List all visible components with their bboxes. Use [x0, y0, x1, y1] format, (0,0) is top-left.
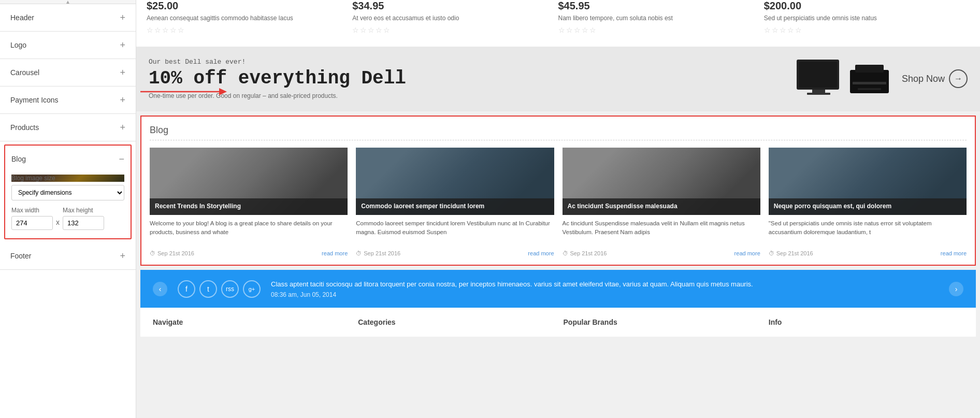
blog-card-4: Neque porro quisquam est, qui dolorem "S…: [769, 148, 967, 256]
blog-grid: Recent Trends In Storytelling Welcome to…: [150, 148, 967, 256]
products-strip: $25.00 Aenean consequat sagittis commodo…: [136, 0, 980, 47]
main-wrapper: $25.00 Aenean consequat sagittis commodo…: [136, 0, 980, 418]
footer-nav-col-2: Categories: [358, 318, 553, 326]
blog-date-text-4: Sep 21st 2016: [776, 250, 813, 256]
sidebar-item-logo-row[interactable]: Logo +: [10, 32, 125, 59]
sidebar-footer-expand-icon: +: [120, 251, 125, 261]
blog-card-footer-4: ⏱ Sep 21st 2016 read more: [769, 250, 967, 256]
main-content: $25.00 Aenean consequat sagittis commodo…: [136, 0, 980, 418]
blog-image-size-select[interactable]: Specify dimensions: [11, 185, 124, 200]
dell-banner: Our best Dell sale ever! 10% off everyth…: [136, 47, 980, 111]
dell-shop-now-button[interactable]: Shop Now →: [902, 69, 968, 88]
sidebar-carousel-expand-icon: +: [120, 68, 125, 77]
blog-card-date-4: ⏱ Sep 21st 2016: [769, 250, 813, 256]
sidebar-item-footer-row[interactable]: Footer +: [10, 242, 125, 269]
svg-rect-9: [858, 88, 881, 90]
sidebar-header-label: Header: [10, 13, 34, 22]
max-height-group: Max height: [63, 207, 104, 230]
dell-tagline: Our best Dell sale ever!: [149, 58, 406, 66]
product-price-3: $45.95: [558, 0, 756, 12]
dell-shop-now-label: Shop Now: [902, 74, 945, 84]
rss-icon[interactable]: rss: [221, 280, 239, 298]
svg-rect-7: [855, 65, 884, 73]
testimonial-text: Class aptent taciti sociosqu ad litora t…: [271, 279, 939, 290]
footer-nav-title-4: Info: [769, 318, 963, 326]
sidebar-item-carousel-row[interactable]: Carousel +: [10, 59, 125, 86]
footer-nav-col-4: Info: [769, 318, 963, 326]
product-stars-3: ☆☆☆☆☆: [558, 26, 756, 34]
facebook-icon[interactable]: f: [178, 280, 195, 298]
sidebar-item-logo[interactable]: Logo +: [0, 32, 136, 59]
blog-image-3: Ac tincidunt Suspendisse malesuada: [563, 148, 760, 215]
max-width-input[interactable]: [11, 216, 53, 230]
read-more-link-3[interactable]: read more: [734, 250, 760, 256]
sidebar-scroll-top[interactable]: ▲: [0, 0, 136, 4]
product-desc-1: Aenean consequat sagittis commodo habita…: [147, 14, 344, 23]
sidebar-item-payment-icons[interactable]: Payment Icons +: [0, 87, 136, 114]
blog-card-footer-1: ⏱ Sep 21st 2016 read more: [150, 250, 348, 256]
footer-nav-title-1: Navigate: [153, 318, 348, 326]
twitter-icon[interactable]: t: [199, 280, 217, 298]
footer-nav-title-3: Popular Brands: [564, 318, 758, 326]
product-price-2: $34.95: [352, 0, 550, 12]
blog-card-footer-2: ⏱ Sep 21st 2016 read more: [356, 250, 554, 256]
social-bar-next-arrow[interactable]: ›: [949, 282, 963, 296]
svg-rect-3: [799, 62, 837, 88]
read-more-link-2[interactable]: read more: [528, 250, 554, 256]
social-bar-prev-arrow[interactable]: ‹: [153, 282, 167, 296]
blog-card-caption-3: Ac tincidunt Suspendisse malesuada: [563, 198, 760, 215]
dell-headline: 10% off everything Dell: [149, 68, 406, 89]
blog-card-1: Recent Trends In Storytelling Welcome to…: [150, 148, 348, 256]
max-height-input[interactable]: [63, 216, 104, 230]
clock-icon-1: ⏱: [150, 250, 155, 256]
blog-image-4: Neque porro quisquam est, qui dolorem: [769, 148, 967, 215]
dimension-separator: x: [56, 218, 60, 226]
product-item-4: $200.00 Sed ut perspiciatis unde omnis i…: [764, 0, 970, 38]
blog-card-caption-4: Neque porro quisquam est, qui dolorem: [769, 198, 967, 215]
sidebar-item-products-row[interactable]: Products +: [10, 114, 125, 141]
dimension-row: Max width x Max height: [11, 207, 124, 230]
sidebar-payment-expand-icon: +: [120, 95, 125, 105]
blog-card-date-2: ⏱ Sep 21st 2016: [356, 250, 400, 256]
footer-nav-title-2: Categories: [358, 318, 553, 326]
blog-card-3: Ac tincidunt Suspendisse malesuada Ac ti…: [563, 148, 760, 256]
sidebar-item-products[interactable]: Products +: [0, 114, 136, 141]
sidebar-header-expand-icon: +: [120, 13, 125, 22]
dell-shop-now-arrow: →: [954, 74, 962, 83]
product-item-3: $45.95 Nam libero tempore, cum soluta no…: [558, 0, 764, 38]
max-height-label: Max height: [63, 207, 104, 214]
product-item-1: $25.00 Aenean consequat sagittis commodo…: [147, 0, 352, 38]
blog-panel: Blog image size Specify dimensions Max w…: [5, 172, 131, 238]
footer-nav-col-3: Popular Brands: [564, 318, 758, 326]
sidebar-item-footer[interactable]: Footer +: [0, 242, 136, 270]
sidebar-item-header[interactable]: Header +: [0, 4, 136, 32]
read-more-link-1[interactable]: read more: [322, 250, 348, 256]
sidebar-payment-label: Payment Icons: [10, 96, 59, 104]
sidebar-item-payment-row[interactable]: Payment Icons +: [10, 87, 125, 113]
sidebar-products-label: Products: [10, 123, 39, 132]
sidebar-products-expand-icon: +: [120, 123, 125, 132]
product-stars-1: ☆☆☆☆☆: [147, 26, 344, 34]
blog-date-text-2: Sep 21st 2016: [364, 250, 400, 256]
dell-subtext: One-time use per order. Good on regular …: [149, 92, 406, 99]
googleplus-icon[interactable]: g+: [243, 280, 261, 298]
sidebar-item-blog-row[interactable]: Blog −: [5, 146, 131, 172]
product-desc-2: At vero eos et accusamus et iusto odio: [352, 14, 550, 23]
sidebar-logo-expand-icon: +: [120, 40, 125, 50]
product-price-1: $25.00: [147, 0, 344, 12]
footer-nav: Navigate Categories Popular Brands Info: [140, 308, 976, 337]
read-more-link-4[interactable]: read more: [941, 250, 967, 256]
dell-computers: [794, 57, 891, 101]
svg-rect-8: [853, 82, 886, 84]
sidebar-item-header-row[interactable]: Header +: [10, 4, 125, 31]
dell-banner-left: Our best Dell sale ever! 10% off everyth…: [149, 58, 406, 99]
blog-image-1: Recent Trends In Storytelling: [150, 148, 348, 215]
max-width-label: Max width: [11, 207, 53, 214]
svg-rect-4: [812, 90, 825, 93]
svg-rect-5: [807, 93, 830, 95]
sidebar-blog-label: Blog: [11, 155, 26, 163]
sidebar-item-carousel[interactable]: Carousel +: [0, 59, 136, 87]
blog-card-2: Commodo laoreet semper tincidunt lorem C…: [356, 148, 554, 256]
blog-image-2: Commodo laoreet semper tincidunt lorem: [356, 148, 554, 215]
blog-section: Blog Recent Trends In Storytelling Welco…: [140, 116, 976, 266]
